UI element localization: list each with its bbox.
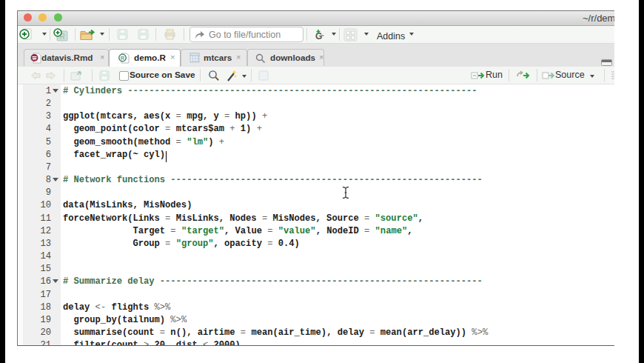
svg-text:R: R — [121, 56, 124, 61]
